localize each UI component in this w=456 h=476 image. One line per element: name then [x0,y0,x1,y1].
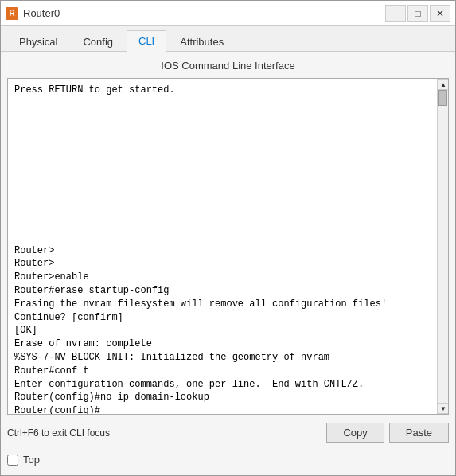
tab-physical[interactable]: Physical [7,31,69,52]
tabs-bar: Physical Config CLI Attributes [1,26,455,52]
window-controls: – □ ✕ [385,5,450,22]
copy-button[interactable]: Copy [326,423,384,443]
maximize-button[interactable]: □ [407,5,428,22]
close-button[interactable]: ✕ [430,5,450,22]
top-checkbox-label: Top [23,454,40,466]
content-area: IOS Command Line Interface Press RETURN … [1,52,455,475]
tab-attributes[interactable]: Attributes [168,31,236,52]
scrollbar-thumb[interactable] [438,90,447,106]
title-bar: R Router0 – □ ✕ [1,1,455,26]
cli-scrollbar: ▲ ▼ [437,79,448,414]
section-title: IOS Command Line Interface [7,58,449,73]
title-bar-left: R Router0 [6,7,60,20]
minimize-button[interactable]: – [385,5,406,22]
main-window: R Router0 – □ ✕ Physical Config CLI Attr… [0,0,456,476]
scrollbar-down-button[interactable]: ▼ [438,403,449,414]
scrollbar-track[interactable] [438,90,448,403]
router-icon: R [6,7,18,20]
button-group: Copy Paste [326,423,449,443]
window-title: Router0 [23,7,60,19]
cli-container[interactable]: Press RETURN to get started. Router> Rou… [7,78,449,415]
cli-output: Press RETURN to get started. Router> Rou… [8,79,437,414]
paste-button[interactable]: Paste [389,423,449,443]
top-checkbox[interactable] [7,455,18,466]
shortcut-hint: Ctrl+F6 to exit CLI focus [7,427,110,439]
tab-config[interactable]: Config [71,31,125,52]
tab-cli[interactable]: CLI [127,30,166,52]
checkbox-area: Top [7,451,449,469]
scrollbar-up-button[interactable]: ▲ [438,79,449,90]
status-bar: Ctrl+F6 to exit CLI focus Copy Paste [7,419,449,446]
